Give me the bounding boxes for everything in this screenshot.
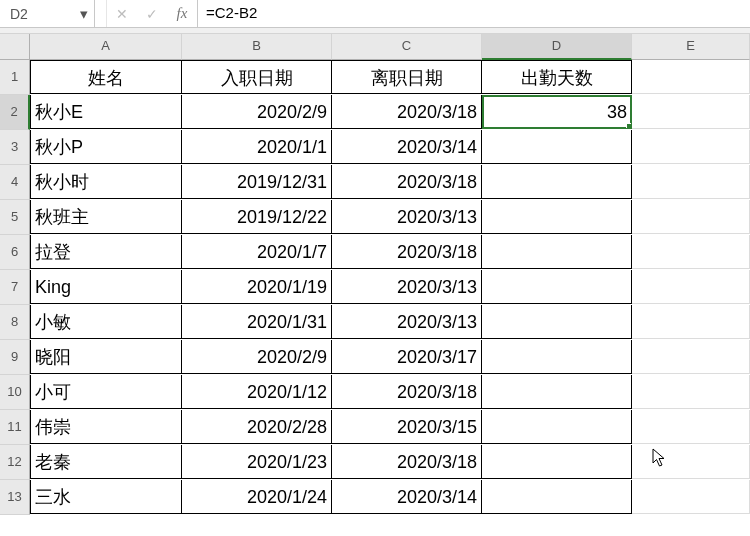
column-header-D[interactable]: D <box>482 34 632 60</box>
formula-bar: D2 ▾ ✕ ✓ fx =C2-B2 <box>0 0 750 28</box>
cell-A9[interactable]: 晓阳 <box>30 340 182 374</box>
row-header-9[interactable]: 9 <box>0 340 30 375</box>
cell-D9[interactable] <box>482 340 632 374</box>
cell-B13[interactable]: 2020/1/24 <box>182 480 332 514</box>
cell-D7[interactable] <box>482 270 632 304</box>
cell-A5[interactable]: 秋班主 <box>30 200 182 234</box>
cell-E7[interactable] <box>632 270 750 304</box>
insert-function-button[interactable]: fx <box>167 0 197 27</box>
fx-icon: fx <box>177 5 188 22</box>
row-header-8[interactable]: 8 <box>0 305 30 340</box>
cell-B6[interactable]: 2020/1/7 <box>182 235 332 269</box>
column-header-B[interactable]: B <box>182 34 332 60</box>
cell-E4[interactable] <box>632 165 750 199</box>
confirm-button[interactable]: ✓ <box>137 0 167 27</box>
column-header-A[interactable]: A <box>30 34 182 60</box>
cell-D10[interactable] <box>482 375 632 409</box>
row-header-11[interactable]: 11 <box>0 410 30 445</box>
cell-E12[interactable] <box>632 445 750 479</box>
cell-D4[interactable] <box>482 165 632 199</box>
cell-A6[interactable]: 拉登 <box>30 235 182 269</box>
name-box-dropdown-icon[interactable]: ▾ <box>74 5 94 23</box>
cell-E9[interactable] <box>632 340 750 374</box>
cell-C7[interactable]: 2020/3/13 <box>332 270 482 304</box>
cell-A7[interactable]: King <box>30 270 182 304</box>
row-header-7[interactable]: 7 <box>0 270 30 305</box>
cell-D6[interactable] <box>482 235 632 269</box>
cell-D2[interactable]: 38 <box>482 95 632 129</box>
cell-C12[interactable]: 2020/3/18 <box>332 445 482 479</box>
cell-A12[interactable]: 老秦 <box>30 445 182 479</box>
cell-C9[interactable]: 2020/3/17 <box>332 340 482 374</box>
cell-C8[interactable]: 2020/3/13 <box>332 305 482 339</box>
cell-C13[interactable]: 2020/3/14 <box>332 480 482 514</box>
cell-B9[interactable]: 2020/2/9 <box>182 340 332 374</box>
row-header-4[interactable]: 4 <box>0 165 30 200</box>
row-header-10[interactable]: 10 <box>0 375 30 410</box>
cell-D5[interactable] <box>482 200 632 234</box>
cell-B7[interactable]: 2020/1/19 <box>182 270 332 304</box>
formula-bar-divider <box>95 0 107 27</box>
cell-D13[interactable] <box>482 480 632 514</box>
cell-C4[interactable]: 2020/3/18 <box>332 165 482 199</box>
cell-C11[interactable]: 2020/3/15 <box>332 410 482 444</box>
cell-A13[interactable]: 三水 <box>30 480 182 514</box>
cell-D1[interactable]: 出勤天数 <box>482 60 632 94</box>
cell-E8[interactable] <box>632 305 750 339</box>
cell-B10[interactable]: 2020/1/12 <box>182 375 332 409</box>
cell-B2[interactable]: 2020/2/9 <box>182 95 332 129</box>
row-header-13[interactable]: 13 <box>0 480 30 515</box>
check-icon: ✓ <box>146 6 158 22</box>
cell-D11[interactable] <box>482 410 632 444</box>
cell-E3[interactable] <box>632 130 750 164</box>
cell-B11[interactable]: 2020/2/28 <box>182 410 332 444</box>
row-header-1[interactable]: 1 <box>0 60 30 95</box>
column-header-C[interactable]: C <box>332 34 482 60</box>
cell-A8[interactable]: 小敏 <box>30 305 182 339</box>
row-header-12[interactable]: 12 <box>0 445 30 480</box>
row-header-5[interactable]: 5 <box>0 200 30 235</box>
cell-B3[interactable]: 2020/1/1 <box>182 130 332 164</box>
cell-A1[interactable]: 姓名 <box>30 60 182 94</box>
cell-B8[interactable]: 2020/1/31 <box>182 305 332 339</box>
cell-C6[interactable]: 2020/3/18 <box>332 235 482 269</box>
cell-C2[interactable]: 2020/3/18 <box>332 95 482 129</box>
cell-C10[interactable]: 2020/3/18 <box>332 375 482 409</box>
column-header-E[interactable]: E <box>632 34 750 60</box>
cancel-button[interactable]: ✕ <box>107 0 137 27</box>
cell-D12[interactable] <box>482 445 632 479</box>
row-header-2[interactable]: 2 <box>0 95 30 130</box>
cell-D8[interactable] <box>482 305 632 339</box>
cell-E10[interactable] <box>632 375 750 409</box>
cell-E5[interactable] <box>632 200 750 234</box>
cell-B4[interactable]: 2019/12/31 <box>182 165 332 199</box>
cell-E13[interactable] <box>632 480 750 514</box>
name-box-wrap[interactable]: D2 ▾ <box>0 0 95 27</box>
cell-B12[interactable]: 2020/1/23 <box>182 445 332 479</box>
cancel-icon: ✕ <box>116 6 128 22</box>
spreadsheet-grid[interactable]: ABCDE1姓名入职日期离职日期出勤天数2秋小E2020/2/92020/3/1… <box>0 34 750 515</box>
select-all-corner[interactable] <box>0 34 30 60</box>
cell-E1[interactable] <box>632 60 750 94</box>
cell-A11[interactable]: 伟崇 <box>30 410 182 444</box>
cell-A3[interactable]: 秋小P <box>30 130 182 164</box>
row-header-3[interactable]: 3 <box>0 130 30 165</box>
cell-C5[interactable]: 2020/3/13 <box>332 200 482 234</box>
cell-E2[interactable] <box>632 95 750 129</box>
row-header-6[interactable]: 6 <box>0 235 30 270</box>
formula-input[interactable]: =C2-B2 <box>197 0 750 27</box>
cell-B5[interactable]: 2019/12/22 <box>182 200 332 234</box>
cell-E11[interactable] <box>632 410 750 444</box>
cell-D3[interactable] <box>482 130 632 164</box>
cell-E6[interactable] <box>632 235 750 269</box>
cell-C3[interactable]: 2020/3/14 <box>332 130 482 164</box>
cell-A10[interactable]: 小可 <box>30 375 182 409</box>
cell-B1[interactable]: 入职日期 <box>182 60 332 94</box>
name-box[interactable]: D2 <box>6 1 74 27</box>
cell-A4[interactable]: 秋小时 <box>30 165 182 199</box>
cell-A2[interactable]: 秋小E <box>30 95 182 129</box>
cell-C1[interactable]: 离职日期 <box>332 60 482 94</box>
